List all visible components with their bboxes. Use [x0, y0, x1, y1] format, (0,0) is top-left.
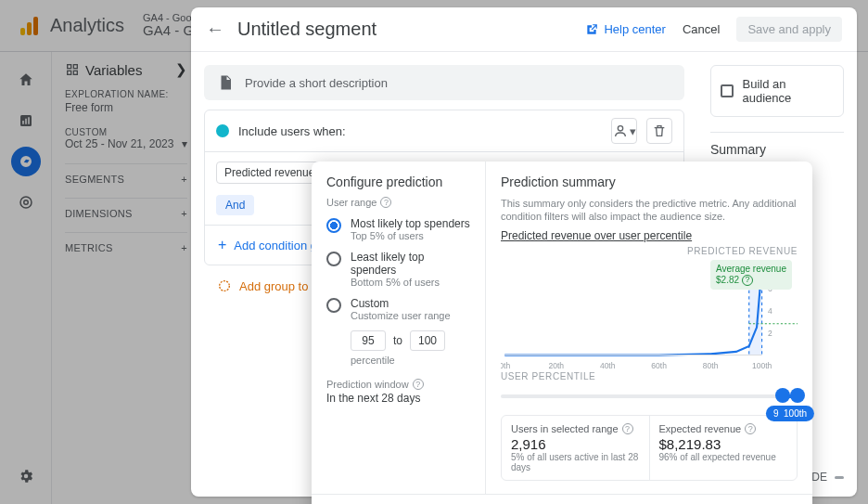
user-icon: [613, 123, 628, 138]
option-custom[interactable]: CustomCustomize user range: [326, 297, 470, 321]
and-chip[interactable]: And: [216, 195, 254, 215]
segment-title[interactable]: Untitled segment: [237, 19, 572, 40]
info-icon[interactable]: ?: [380, 197, 391, 208]
info-icon[interactable]: ?: [622, 423, 633, 434]
radio-icon: [326, 298, 341, 313]
cancel-button[interactable]: Cancel: [683, 22, 720, 36]
help-center-link[interactable]: Help center: [585, 22, 665, 36]
option-least-likely[interactable]: Least likely top spendersBottom 5% of us…: [326, 251, 470, 288]
svg-text:80th: 80th: [703, 360, 719, 369]
summary-label: Summary: [710, 132, 844, 157]
prediction-chart: 24680th20th40th60th80th100th Average rev…: [501, 260, 798, 371]
delete-condition-button[interactable]: [646, 118, 672, 144]
prediction-summary-desc: This summary only considers the predicti…: [501, 197, 798, 224]
user-range-label: User range: [326, 197, 377, 208]
svg-text:0th: 0th: [501, 360, 510, 369]
scope-button[interactable]: ▾: [611, 118, 637, 144]
prediction-summary-heading: Prediction summary: [501, 174, 798, 189]
dashed-circle-icon: [217, 278, 232, 293]
configure-prediction-heading: Configure prediction: [326, 174, 470, 189]
svg-point-14: [220, 281, 230, 291]
summary-metrics: Users in selected range? 2,916 5% of all…: [501, 415, 798, 481]
svg-text:4: 4: [768, 305, 772, 315]
svg-text:40th: 40th: [600, 360, 616, 369]
trash-icon: [652, 123, 667, 138]
expected-revenue-label: Expected revenue: [659, 423, 742, 434]
plus-icon: +: [218, 237, 226, 253]
users-in-range-value: 2,916: [511, 436, 640, 452]
open-in-new-icon: [585, 23, 598, 36]
average-revenue-callout: Average revenue $2.82?: [710, 260, 792, 290]
checkbox-icon: [721, 84, 734, 97]
prediction-window-value: In the next 28 days: [326, 392, 470, 405]
prediction-popover: Configure prediction User range ? Most l…: [312, 162, 812, 504]
svg-text:20th: 20th: [548, 360, 564, 369]
build-audience-checkbox[interactable]: Build an audience: [710, 65, 844, 117]
range-to-input[interactable]: 100: [410, 330, 445, 351]
svg-point-13: [618, 126, 622, 131]
users-in-range-label: Users in selected range: [511, 423, 619, 434]
include-users-label: Include users when:: [238, 124, 346, 138]
prediction-window-label: Prediction window: [326, 379, 409, 390]
y-axis-label: PREDICTED REVENUE: [501, 246, 798, 256]
users-in-range-sub: 5% of all users active in last 28 days: [511, 452, 640, 472]
svg-text:100th: 100th: [752, 360, 772, 369]
info-icon[interactable]: ?: [413, 379, 424, 390]
back-arrow-icon[interactable]: ←: [206, 19, 224, 40]
description-input[interactable]: Provide a short description: [204, 65, 684, 100]
info-icon[interactable]: ?: [745, 423, 756, 434]
svg-text:2: 2: [768, 328, 772, 337]
range-to-label: to: [393, 334, 402, 347]
svg-text:60th: 60th: [651, 360, 667, 369]
percentile-label: percentile: [351, 355, 470, 366]
expected-revenue-value: $8,219.83: [659, 436, 788, 452]
minus-icon[interactable]: [835, 476, 844, 479]
chart-title-link[interactable]: Predicted revenue over user percentile: [501, 229, 798, 242]
include-indicator-icon: [216, 124, 229, 137]
radio-icon: [326, 218, 341, 233]
option-most-likely[interactable]: Most likely top spendersTop 5% of users: [326, 217, 470, 241]
save-and-apply-button: Save and apply: [736, 17, 842, 42]
x-axis-label: USER PERCENTILE: [501, 371, 798, 381]
percentile-slider[interactable]: 9 100th: [501, 385, 798, 407]
range-from-input[interactable]: 95: [351, 330, 386, 351]
description-icon: [217, 74, 234, 91]
radio-icon: [326, 252, 341, 266]
expected-revenue-sub: 96% of all expected revenue: [659, 452, 788, 462]
